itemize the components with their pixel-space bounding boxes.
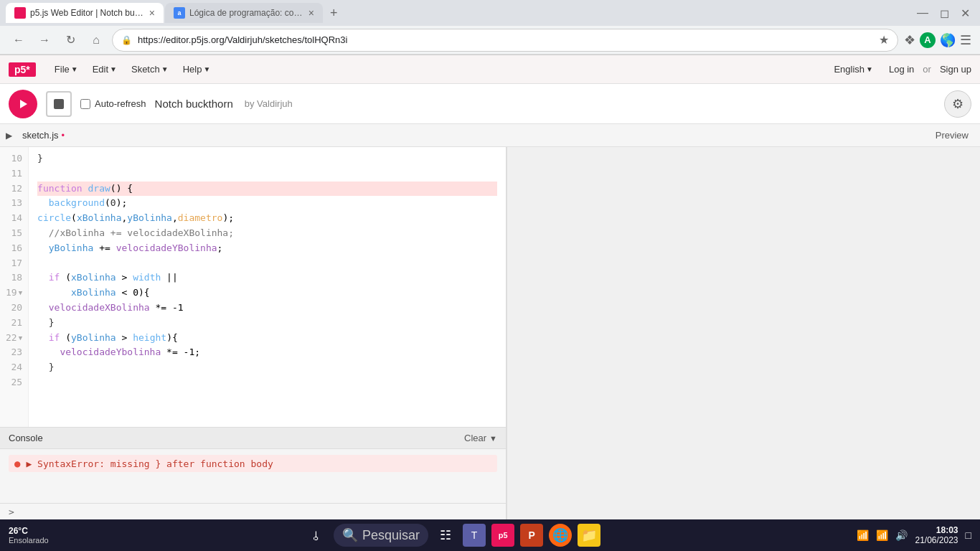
back-button[interactable]: ←: [9, 30, 29, 50]
play-button[interactable]: [9, 90, 37, 118]
chevron-down-icon: ▼: [203, 65, 210, 73]
error-dot-icon: ●: [14, 458, 20, 469]
file-tab-sketchjs[interactable]: sketch.js•: [18, 128, 69, 142]
menu-edit[interactable]: Edit ▼: [85, 61, 124, 77]
signup-link[interactable]: Sign up: [940, 64, 971, 75]
lang-selector[interactable]: English ▼: [826, 61, 880, 77]
sidebar-toggle[interactable]: ▶: [6, 131, 12, 141]
chevron-down-icon: ▼: [489, 434, 497, 443]
tab-p5js-close[interactable]: ×: [149, 8, 155, 18]
wifi-icon: 📶: [876, 529, 888, 541]
nav-right-icons: ❖ A 🌎 ☰: [904, 32, 971, 48]
browser-tab-bar: p5.js Web Editor | Notch buckthorn × a L…: [0, 0, 980, 26]
pocket-icon[interactable]: ❖: [904, 32, 915, 48]
sketch-name[interactable]: Notch buckthorn: [155, 98, 233, 110]
search-button[interactable]: 🔍 Pesquisar: [334, 524, 428, 547]
weather-widget: 26°C Ensolarado: [9, 526, 49, 545]
chevron-down-icon: ▼: [110, 65, 117, 73]
maximize-icon[interactable]: ◻: [936, 5, 953, 22]
lang-section: English ▼ Log in or Sign up: [826, 61, 971, 77]
line-16: yBolinha += velocidadeYBolinha;: [37, 241, 497, 256]
login-link[interactable]: Log in: [889, 64, 914, 75]
play-toolbar: Auto-refresh Notch buckthorn by Valdirju…: [0, 84, 980, 124]
tab-p5js[interactable]: p5.js Web Editor | Notch buckthorn ×: [6, 3, 164, 23]
line-20: velocidadeXBolinha *= -1: [37, 301, 497, 316]
auto-refresh-checkbox[interactable]: [80, 99, 90, 109]
minimize-icon[interactable]: —: [913, 5, 933, 21]
console-clear-button[interactable]: Clear ▼: [464, 433, 497, 443]
code-area[interactable]: 10 11 12 13 14 15 16 17 18 19▼ 20 21 22▼…: [0, 147, 506, 427]
teams-icon[interactable]: T: [463, 524, 486, 547]
search-label: Pesquisar: [362, 528, 420, 543]
modified-dot: •: [62, 130, 65, 141]
console-header: Console Clear ▼: [0, 428, 506, 449]
account-icon[interactable]: A: [920, 32, 936, 48]
lang-chevron-icon: ▼: [866, 65, 873, 73]
line-15: //xBolinha += velocidadeXBolinha;: [37, 226, 497, 241]
line-22: if (yBolinha > height){: [37, 331, 497, 346]
line-14: circle(xBolinha,yBolinha,diametro);: [37, 211, 497, 226]
sketch-author: by Valdirjuh: [245, 98, 293, 109]
time-display: 18:03: [936, 525, 958, 535]
address-bar[interactable]: 🔒 https://editor.p5js.org/Valdirjuh/sket…: [112, 29, 898, 52]
tab-logica-close[interactable]: ×: [308, 8, 314, 18]
windows-start-button[interactable]: ⫰: [305, 524, 328, 547]
bookmark-icon[interactable]: ★: [879, 33, 889, 47]
line-17: [37, 256, 497, 271]
tab-logica[interactable]: a Lógica de programação: come... ×: [165, 3, 323, 23]
console-prompt[interactable]: >: [0, 503, 506, 520]
p5-logo: p5*: [9, 62, 36, 77]
files-icon[interactable]: 📁: [578, 524, 600, 547]
console-body: ● ▶ SyntaxError: missing } after functio…: [0, 449, 506, 503]
error-text: ▶ SyntaxError: missing } after function …: [26, 458, 273, 469]
menu-sketch[interactable]: Sketch ▼: [124, 61, 176, 77]
or-text: or: [923, 64, 931, 75]
menu-icon[interactable]: ☰: [960, 32, 971, 48]
line-25: [37, 375, 497, 390]
forward-button[interactable]: →: [34, 30, 55, 50]
clear-label: Clear: [464, 433, 486, 443]
prompt-symbol: >: [9, 507, 14, 517]
line-10: }: [37, 151, 497, 166]
left-panel: 10 11 12 13 14 15 16 17 18 19▼ 20 21 22▼…: [0, 147, 507, 520]
taskbar-center: ⫰ 🔍 Pesquisar ☷ T p5 P 🌐 📁: [56, 524, 850, 547]
auto-refresh-label[interactable]: Auto-refresh: [80, 98, 146, 109]
new-tab-button[interactable]: +: [324, 6, 344, 21]
menu-help[interactable]: Help ▼: [176, 61, 218, 77]
notification-icon[interactable]: □: [966, 529, 971, 541]
console-area: Console Clear ▼ ● ▶ SyntaxError: missing…: [0, 427, 506, 520]
task-view-button[interactable]: ☷: [434, 524, 457, 547]
taskbar: 26°C Ensolarado ⫰ 🔍 Pesquisar ☷ T p5 P 🌐…: [0, 519, 980, 551]
close-icon[interactable]: ✕: [956, 5, 974, 22]
tab-logica-title: Lógica de programação: come...: [189, 8, 303, 18]
home-button[interactable]: ⌂: [86, 30, 106, 50]
editor-layout: ▶ sketch.js• Preview 10 11 12 13 14 15 1…: [0, 124, 980, 520]
play-icon: [17, 98, 29, 110]
address-icons: ★: [879, 33, 889, 47]
preview-panel: [507, 147, 980, 520]
settings-button[interactable]: ⚙: [944, 90, 971, 118]
chevron-down-icon: ▼: [71, 65, 78, 73]
date-display: 21/06/2023: [915, 535, 958, 545]
browser-taskbar-icon[interactable]: p5: [491, 524, 514, 547]
line-numbers: 10 11 12 13 14 15 16 17 18 19▼ 20 21 22▼…: [0, 147, 29, 427]
security-icon: 🔒: [121, 35, 132, 45]
firefox-icon[interactable]: 🌐: [549, 524, 572, 547]
file-tab-label: sketch.js: [22, 130, 59, 141]
powerpoint-icon[interactable]: P: [520, 524, 543, 547]
extensions-icon[interactable]: 🌎: [940, 32, 956, 48]
weather-desc: Ensolarado: [9, 536, 49, 545]
code-content[interactable]: } function draw() { background(0); circl…: [29, 147, 506, 427]
stop-button[interactable]: [46, 91, 72, 117]
line-13: background(0);: [37, 196, 497, 211]
network-icon: 📶: [857, 529, 869, 541]
app-menu: File ▼ Edit ▼ Sketch ▼ Help ▼: [47, 61, 217, 77]
error-message[interactable]: ● ▶ SyntaxError: missing } after functio…: [9, 455, 497, 472]
reload-button[interactable]: ↻: [60, 30, 80, 50]
line-23: velocidadeYbolinha *= -1;: [37, 345, 497, 360]
chevron-down-icon: ▼: [161, 65, 169, 73]
menu-file[interactable]: File ▼: [47, 61, 85, 77]
weather-temp: 26°C: [9, 526, 49, 536]
taskbar-time[interactable]: 18:03 21/06/2023: [915, 525, 958, 545]
browser-nav: ← → ↻ ⌂ 🔒 https://editor.p5js.org/Valdir…: [0, 26, 980, 55]
